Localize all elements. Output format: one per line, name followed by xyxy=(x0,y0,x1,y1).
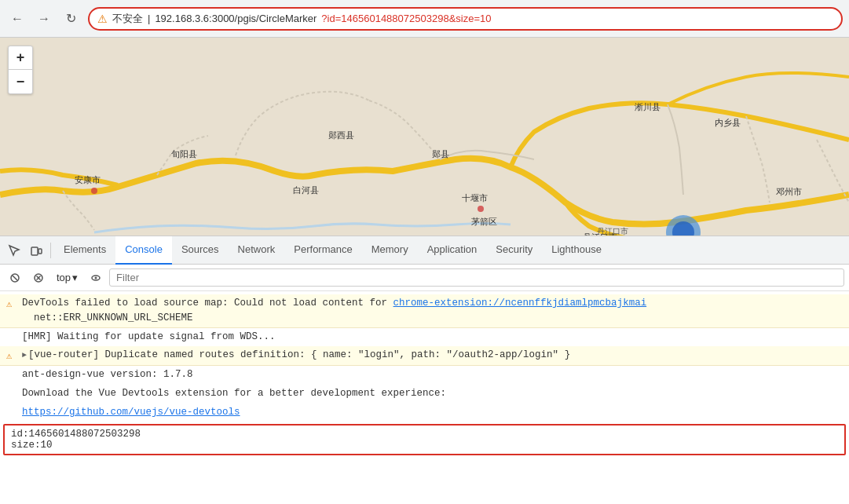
forward-button[interactable]: → xyxy=(33,8,55,30)
tab-elements[interactable]: Elements xyxy=(54,236,115,265)
url-main: 192.168.3.6:3000/pgis/CircleMarker xyxy=(155,13,317,24)
console-text-info-2: ant-design-vue version: 1.7.8 xyxy=(22,367,193,382)
highlighted-output: id:1465601488072503298 size:10 xyxy=(3,424,846,455)
warning-icon-1: ⚠ xyxy=(6,298,19,312)
svg-point-13 xyxy=(478,206,484,212)
svg-text:茅箭区: 茅箭区 xyxy=(471,217,497,226)
tab-console[interactable]: Console xyxy=(115,236,172,265)
security-warning-icon: ⚠ xyxy=(97,13,108,25)
zoom-out-button[interactable]: − xyxy=(9,70,32,93)
console-line-info-1: [HMR] Waiting for update signal from WDS… xyxy=(0,328,849,347)
stop-button[interactable] xyxy=(28,268,49,288)
svg-point-12 xyxy=(91,188,97,194)
warning-icon-2: ⚠ xyxy=(6,349,19,363)
highlighted-line-1: id:1465601488072503298 xyxy=(11,429,838,440)
console-text-warn-1: DevTools failed to load source map: Coul… xyxy=(22,296,646,326)
svg-text:丹江口市: 丹江口市 xyxy=(597,227,628,236)
inspect-element-button[interactable] xyxy=(3,239,25,261)
context-label: top xyxy=(57,272,71,283)
tab-sources[interactable]: Sources xyxy=(172,236,229,265)
map-zoom-controls: + − xyxy=(8,46,33,94)
separator: | xyxy=(148,13,150,24)
highlighted-line-2: size:10 xyxy=(11,440,838,451)
clear-console-button[interactable] xyxy=(5,268,25,288)
map-svg: 安康市 旬阳县 郧西县 白河县 郧县 十堰市 茅箭区 丹江口市 淅川县 内乡县 … xyxy=(0,38,849,236)
zoom-in-button[interactable]: + xyxy=(9,46,32,70)
svg-rect-0 xyxy=(0,38,849,236)
console-line-info-2: ant-design-vue version: 1.7.8 xyxy=(0,366,849,385)
console-text-info-3: Download the Vue Devtools extension for … xyxy=(22,386,446,401)
address-bar[interactable]: ⚠ 不安全 | 192.168.3.6:3000/pgis/CircleMark… xyxy=(88,7,843,31)
expand-icon[interactable]: ► xyxy=(22,351,27,360)
console-line-warn-2: ⚠ ►[vue-router] Duplicate named routes d… xyxy=(0,346,849,366)
console-line-info-3: Download the Vue Devtools extension for … xyxy=(0,385,849,404)
eye-button[interactable] xyxy=(86,268,106,288)
console-line-warn-1: ⚠ DevTools failed to load source map: Co… xyxy=(0,294,849,328)
devtools-tabs: Elements Console Sources Network Perform… xyxy=(0,236,849,265)
svg-text:邓州市: 邓州市 xyxy=(776,187,802,196)
console-link-1[interactable]: chrome-extension://ncennffkjdiamlpmcbajk… xyxy=(393,298,647,309)
console-output[interactable]: ⚠ DevTools failed to load source map: Co… xyxy=(0,291,849,464)
back-button[interactable]: ← xyxy=(6,8,28,30)
svg-rect-17 xyxy=(31,247,38,255)
svg-line-20 xyxy=(13,276,17,280)
chevron-down-icon: ▾ xyxy=(72,272,78,283)
tab-lighthouse[interactable]: Lighthouse xyxy=(542,236,611,265)
devtools-toolbar: top ▾ xyxy=(0,265,849,291)
device-toolbar-button[interactable] xyxy=(25,239,47,261)
tab-performance[interactable]: Performance xyxy=(284,236,361,265)
console-line-link: https://github.com/vuejs/vue-devtools xyxy=(0,404,849,422)
svg-text:郧县: 郧县 xyxy=(432,149,449,159)
tab-network[interactable]: Network xyxy=(229,236,285,265)
svg-text:旬阳县: 旬阳县 xyxy=(171,149,197,159)
svg-text:淅川县: 淅川县 xyxy=(635,102,661,111)
console-text-info-1: [HMR] Waiting for update signal from WDS… xyxy=(22,330,276,345)
reload-button[interactable]: ↻ xyxy=(60,8,82,30)
browser-chrome: ← → ↻ ⚠ 不安全 | 192.168.3.6:3000/pgis/Circ… xyxy=(0,0,849,38)
insecure-label: 不安全 xyxy=(112,12,143,26)
svg-text:白河县: 白河县 xyxy=(293,185,319,195)
map-area: 安康市 旬阳县 郧西县 白河县 郧县 十堰市 茅箭区 丹江口市 淅川县 内乡县 … xyxy=(0,38,849,236)
svg-text:安康市: 安康市 xyxy=(75,175,101,184)
tab-security[interactable]: Security xyxy=(486,236,542,265)
svg-text:内乡县: 内乡县 xyxy=(715,118,741,127)
svg-point-25 xyxy=(95,276,97,279)
svg-rect-18 xyxy=(38,249,42,254)
url-highlighted: ?id=1465601488072503298&size=10 xyxy=(321,13,491,24)
tab-memory[interactable]: Memory xyxy=(362,236,418,265)
svg-text:十堰市: 十堰市 xyxy=(462,193,488,203)
devtools-panel: Elements Console Sources Network Perform… xyxy=(0,236,849,464)
vue-devtools-link[interactable]: https://github.com/vuejs/vue-devtools xyxy=(22,405,240,420)
tab-application[interactable]: Application xyxy=(418,236,487,265)
context-selector[interactable]: top ▾ xyxy=(52,270,82,285)
nav-buttons: ← → ↻ xyxy=(6,8,82,30)
filter-input[interactable] xyxy=(109,268,844,287)
svg-text:郧西县: 郧西县 xyxy=(328,130,354,140)
console-text-warn-2: ►[vue-router] Duplicate named routes def… xyxy=(22,348,570,363)
tab-divider xyxy=(50,243,51,258)
